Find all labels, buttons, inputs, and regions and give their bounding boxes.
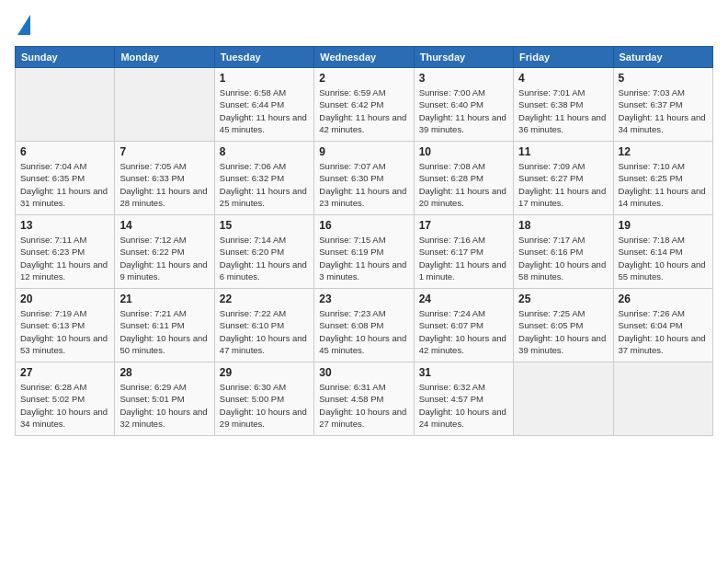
day-detail: Sunrise: 7:08 AMSunset: 6:28 PMDaylight:… [419, 160, 508, 209]
sunrise-text: Sunrise: 7:25 AM [518, 307, 608, 319]
day-detail: Sunrise: 7:00 AMSunset: 6:40 PMDaylight:… [419, 86, 508, 135]
sunset-text: Sunset: 6:10 PM [220, 319, 309, 331]
page-header [15, 15, 713, 35]
calendar-cell [16, 68, 115, 142]
sunrise-text: Sunrise: 7:16 AM [419, 234, 508, 246]
daylight-text: Daylight: 11 hours and 25 minutes. [220, 185, 309, 210]
calendar-cell: 1Sunrise: 6:58 AMSunset: 6:44 PMDaylight… [214, 68, 313, 142]
day-detail: Sunrise: 7:25 AMSunset: 6:05 PMDaylight:… [518, 307, 608, 356]
day-number: 23 [319, 293, 408, 305]
calendar-cell [115, 68, 214, 142]
day-number: 10 [419, 145, 508, 158]
calendar-cell: 13Sunrise: 7:11 AMSunset: 6:23 PMDayligh… [16, 215, 115, 289]
daylight-text: Daylight: 11 hours and 17 minutes. [518, 185, 608, 210]
calendar-cell: 18Sunrise: 7:17 AMSunset: 6:16 PMDayligh… [514, 215, 613, 289]
daylight-text: Daylight: 10 hours and 32 minutes. [119, 406, 209, 431]
sunrise-text: Sunrise: 7:10 AM [619, 160, 708, 172]
day-detail: Sunrise: 7:14 AMSunset: 6:20 PMDaylight:… [220, 234, 309, 282]
day-number: 11 [518, 145, 608, 158]
day-detail: Sunrise: 7:18 AMSunset: 6:14 PMDaylight:… [619, 234, 708, 282]
calendar-cell [514, 362, 613, 436]
day-detail: Sunrise: 7:17 AMSunset: 6:16 PMDaylight:… [518, 234, 608, 282]
calendar-cell: 17Sunrise: 7:16 AMSunset: 6:17 PMDayligh… [414, 215, 513, 289]
sunrise-text: Sunrise: 6:58 AM [220, 86, 309, 98]
day-number: 1 [220, 72, 309, 85]
sunrise-text: Sunrise: 7:19 AM [20, 307, 109, 319]
calendar-cell: 6Sunrise: 7:04 AMSunset: 6:35 PMDaylight… [16, 142, 115, 215]
calendar-cell: 23Sunrise: 7:23 AMSunset: 6:08 PMDayligh… [314, 289, 414, 362]
sunset-text: Sunset: 6:33 PM [119, 172, 209, 184]
daylight-text: Daylight: 11 hours and 6 minutes. [220, 259, 309, 283]
sunrise-text: Sunrise: 7:22 AM [220, 307, 309, 319]
sunset-text: Sunset: 6:05 PM [518, 319, 608, 331]
day-number: 19 [619, 219, 708, 232]
daylight-text: Daylight: 11 hours and 36 minutes. [518, 111, 608, 136]
day-number: 28 [119, 366, 209, 379]
sunset-text: Sunset: 6:11 PM [119, 319, 209, 331]
day-detail: Sunrise: 6:29 AMSunset: 5:01 PMDaylight:… [119, 381, 209, 430]
day-number: 31 [419, 366, 508, 379]
calendar-cell: 19Sunrise: 7:18 AMSunset: 6:14 PMDayligh… [613, 215, 712, 289]
day-detail: Sunrise: 7:22 AMSunset: 6:10 PMDaylight:… [220, 307, 309, 356]
logo-text [15, 15, 30, 35]
sunset-text: Sunset: 6:37 PM [619, 98, 708, 110]
sunrise-text: Sunrise: 6:28 AM [20, 381, 109, 393]
calendar-header-row: SundayMondayTuesdayWednesdayThursdayFrid… [16, 47, 713, 68]
day-number: 15 [220, 219, 309, 232]
daylight-text: Daylight: 11 hours and 45 minutes. [220, 111, 309, 136]
sunrise-text: Sunrise: 7:08 AM [419, 160, 508, 172]
day-number: 8 [220, 145, 309, 158]
sunset-text: Sunset: 6:40 PM [419, 98, 508, 110]
day-detail: Sunrise: 7:21 AMSunset: 6:11 PMDaylight:… [119, 307, 209, 356]
calendar-cell: 14Sunrise: 7:12 AMSunset: 6:22 PMDayligh… [115, 215, 214, 289]
week-row: 13Sunrise: 7:11 AMSunset: 6:23 PMDayligh… [16, 215, 713, 289]
sunrise-text: Sunrise: 7:06 AM [220, 160, 309, 172]
day-number: 6 [20, 145, 109, 158]
daylight-text: Daylight: 11 hours and 39 minutes. [419, 111, 508, 136]
sunset-text: Sunset: 6:35 PM [20, 172, 109, 184]
calendar-cell: 3Sunrise: 7:00 AMSunset: 6:40 PMDaylight… [414, 68, 513, 142]
day-detail: Sunrise: 7:05 AMSunset: 6:33 PMDaylight:… [119, 160, 209, 209]
sunset-text: Sunset: 6:38 PM [518, 98, 608, 110]
calendar-cell: 25Sunrise: 7:25 AMSunset: 6:05 PMDayligh… [514, 289, 613, 362]
day-number: 26 [619, 293, 708, 305]
sunset-text: Sunset: 6:19 PM [319, 246, 408, 258]
sunrise-text: Sunrise: 7:11 AM [20, 234, 109, 246]
daylight-text: Daylight: 11 hours and 28 minutes. [119, 185, 209, 210]
daylight-text: Daylight: 10 hours and 47 minutes. [220, 332, 309, 357]
sunset-text: Sunset: 6:28 PM [419, 172, 508, 184]
week-row: 1Sunrise: 6:58 AMSunset: 6:44 PMDaylight… [16, 68, 713, 142]
sunrise-text: Sunrise: 6:31 AM [319, 381, 408, 393]
day-number: 12 [619, 145, 708, 158]
calendar-cell: 29Sunrise: 6:30 AMSunset: 5:00 PMDayligh… [214, 362, 313, 436]
calendar-cell: 7Sunrise: 7:05 AMSunset: 6:33 PMDaylight… [115, 142, 214, 215]
daylight-text: Daylight: 11 hours and 1 minute. [419, 259, 508, 283]
calendar-cell: 12Sunrise: 7:10 AMSunset: 6:25 PMDayligh… [613, 142, 712, 215]
sunrise-text: Sunrise: 7:09 AM [518, 160, 608, 172]
daylight-text: Daylight: 11 hours and 31 minutes. [20, 185, 109, 210]
sunrise-text: Sunrise: 7:23 AM [319, 307, 408, 319]
day-detail: Sunrise: 6:32 AMSunset: 4:57 PMDaylight:… [419, 381, 508, 430]
sunrise-text: Sunrise: 7:00 AM [419, 86, 508, 98]
sunrise-text: Sunrise: 7:24 AM [419, 307, 508, 319]
calendar-cell [613, 362, 712, 436]
day-detail: Sunrise: 7:09 AMSunset: 6:27 PMDaylight:… [518, 160, 608, 209]
weekday-header: Sunday [16, 47, 115, 68]
daylight-text: Daylight: 10 hours and 45 minutes. [319, 332, 408, 357]
day-detail: Sunrise: 6:59 AMSunset: 6:42 PMDaylight:… [319, 86, 408, 135]
sunrise-text: Sunrise: 6:32 AM [419, 381, 508, 393]
daylight-text: Daylight: 11 hours and 42 minutes. [319, 111, 408, 136]
calendar-cell: 21Sunrise: 7:21 AMSunset: 6:11 PMDayligh… [115, 289, 214, 362]
calendar-cell: 27Sunrise: 6:28 AMSunset: 5:02 PMDayligh… [16, 362, 115, 436]
sunset-text: Sunset: 6:17 PM [419, 246, 508, 258]
sunset-text: Sunset: 5:00 PM [220, 393, 309, 405]
day-detail: Sunrise: 6:58 AMSunset: 6:44 PMDaylight:… [220, 86, 309, 135]
day-detail: Sunrise: 7:01 AMSunset: 6:38 PMDaylight:… [518, 86, 608, 135]
logo [15, 15, 30, 35]
sunset-text: Sunset: 6:07 PM [419, 319, 508, 331]
calendar-cell: 15Sunrise: 7:14 AMSunset: 6:20 PMDayligh… [214, 215, 313, 289]
sunrise-text: Sunrise: 6:29 AM [119, 381, 209, 393]
day-number: 14 [119, 219, 209, 232]
daylight-text: Daylight: 11 hours and 14 minutes. [619, 185, 708, 210]
daylight-text: Daylight: 11 hours and 23 minutes. [319, 185, 408, 210]
